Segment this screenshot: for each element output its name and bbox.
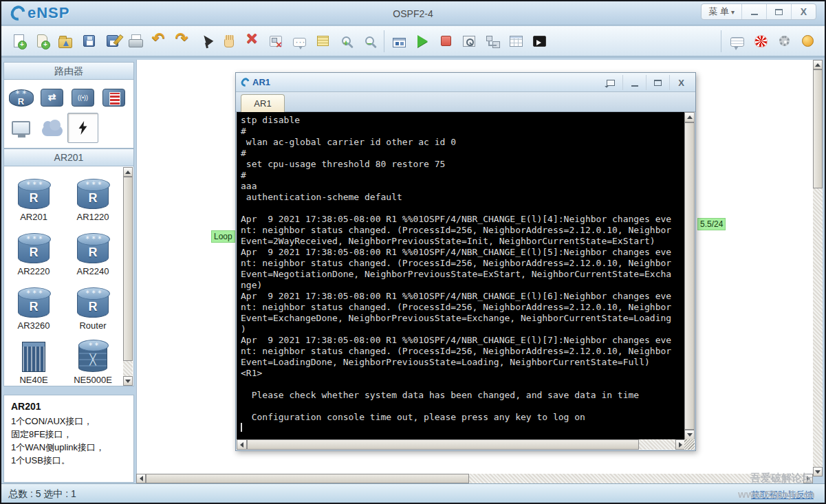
new-topology-button[interactable]: [7, 30, 30, 52]
print-button[interactable]: [124, 30, 147, 52]
undo-button[interactable]: [147, 30, 171, 52]
new-test-paper-button[interactable]: [30, 30, 54, 52]
scroll-down-arrow[interactable]: [813, 467, 823, 476]
open-icon: [58, 38, 72, 48]
menu-button[interactable]: 菜 单▾: [702, 4, 741, 19]
settings-button[interactable]: [772, 30, 796, 52]
scroll-up-arrow[interactable]: [123, 167, 133, 177]
minimize-button[interactable]: [741, 4, 766, 19]
forum-button[interactable]: [726, 30, 749, 52]
scroll-up-arrow[interactable]: [813, 60, 823, 69]
device-terminal-window: AR1 X AR1 stp disable# wlan ac-global ca…: [235, 72, 696, 451]
scroll-left-arrow[interactable]: [237, 439, 247, 450]
device-AR201[interactable]: AR201: [4, 169, 63, 223]
console-vertical-scrollbar[interactable]: [684, 112, 695, 440]
triangle-up-icon: [125, 171, 131, 174]
device-label: AR1220: [77, 212, 109, 222]
triangle-left-icon: [240, 442, 243, 448]
zoom-out-icon: [365, 36, 374, 45]
terminal-maximize-button[interactable]: [646, 75, 669, 90]
triangle-down-icon: [687, 433, 693, 437]
scroll-down-arrow[interactable]: [123, 376, 133, 386]
maximize-button[interactable]: [766, 4, 791, 19]
delete-icon: [245, 34, 260, 49]
device-AR2240[interactable]: AR2240: [63, 223, 122, 278]
triangle-left-icon: [140, 476, 143, 481]
router-device-icon: [18, 239, 50, 263]
help-feedback-link[interactable]: 获取帮助与反馈: [751, 489, 814, 501]
reset-zoom-button[interactable]: [387, 30, 411, 52]
ensp-mini-logo-icon: [239, 76, 250, 88]
start-device-button[interactable]: [411, 30, 434, 52]
console-line: Event=ExchangeDone, NeighborPreviousStat…: [241, 313, 686, 324]
category-terminal-button[interactable]: [6, 113, 36, 143]
stop-device-button[interactable]: [434, 30, 457, 52]
huawei-button[interactable]: [749, 30, 772, 52]
console-line: [241, 401, 686, 412]
device-label: AR2220: [18, 266, 50, 276]
delete-button[interactable]: [241, 30, 264, 52]
save-as-button[interactable]: [100, 30, 124, 52]
settings-icon: [779, 36, 790, 46]
category-switch-button[interactable]: [36, 83, 67, 113]
new-topology-icon: [14, 34, 24, 47]
status-summary: 总数 : 5 选中 : 1: [8, 488, 76, 501]
maximize-icon: [654, 80, 662, 86]
console-horizontal-scrollbar[interactable]: [237, 439, 686, 450]
topology-data-button[interactable]: [481, 30, 504, 52]
category-router-button[interactable]: [6, 83, 36, 113]
triangle-right-icon: [807, 476, 810, 481]
select-pointer-button[interactable]: [194, 30, 217, 52]
category-cloud-button[interactable]: [36, 113, 67, 143]
packet-capture-button[interactable]: [457, 30, 481, 52]
device-list-scrollbar[interactable]: [123, 167, 133, 386]
help-button[interactable]: [796, 30, 819, 52]
canvas-horizontal-scrollbar[interactable]: [136, 474, 813, 483]
device-AR2220[interactable]: AR2220: [4, 223, 63, 278]
close-icon: X: [801, 6, 807, 17]
console-line: Apr 9 2021 17:38:05-08:00 R1 %%01OSPF/4/…: [241, 214, 686, 225]
terminal-minimize-button[interactable]: [622, 75, 646, 90]
category-security-button[interactable]: [98, 83, 129, 113]
address-table-button[interactable]: [504, 30, 528, 52]
zoom-out-button[interactable]: [358, 30, 381, 52]
console-output[interactable]: stp disable# wlan ac-global carrier id o…: [237, 112, 686, 440]
router-device-icon: [77, 184, 109, 209]
scroll-left-arrow[interactable]: [136, 474, 146, 483]
terminal-popout-button[interactable]: [599, 75, 622, 90]
device-Router[interactable]: Router: [63, 278, 122, 332]
delete-link-button[interactable]: [264, 30, 287, 52]
save-button[interactable]: [77, 30, 100, 52]
scroll-right-arrow[interactable]: [803, 474, 813, 483]
scroll-down-arrow[interactable]: [684, 430, 695, 440]
pan-hand-button[interactable]: [217, 30, 241, 52]
canvas-vertical-scrollbar[interactable]: [813, 60, 823, 476]
open-button[interactable]: [54, 30, 77, 52]
console-line: authentication-scheme default: [241, 192, 686, 203]
terminal-close-button[interactable]: X: [669, 75, 693, 90]
device-AR1220[interactable]: AR1220: [63, 169, 122, 223]
scrollbar-thumb[interactable]: [813, 69, 823, 188]
new-test-paper-icon: [37, 34, 47, 47]
device-NE5000E[interactable]: NE5000E: [63, 332, 122, 386]
zoom-in-button[interactable]: [334, 30, 358, 52]
cli-console-button[interactable]: [528, 30, 551, 52]
scrollbar-thumb[interactable]: [684, 122, 695, 430]
text-note-button[interactable]: [287, 30, 311, 52]
close-button[interactable]: X: [791, 4, 816, 19]
scroll-up-arrow[interactable]: [684, 112, 695, 122]
device-NE40E[interactable]: NE40E: [4, 332, 63, 386]
terminal-titlebar[interactable]: AR1 X: [236, 73, 695, 92]
resize-grip[interactable]: [684, 439, 695, 450]
device-AR3260[interactable]: AR3260: [4, 278, 63, 332]
description-box-button[interactable]: [311, 30, 334, 52]
redo-button[interactable]: [171, 30, 194, 52]
scrollbar-thumb[interactable]: [146, 474, 469, 483]
scrollbar-thumb[interactable]: [123, 177, 133, 361]
router-device-icon: [77, 293, 109, 318]
category-wlan-button[interactable]: [67, 83, 98, 113]
category-link-button[interactable]: [67, 113, 98, 143]
tab-ar1[interactable]: AR1: [241, 94, 285, 112]
scrollbar-thumb[interactable]: [247, 439, 639, 450]
description-line: 1个CON/AUX接口，: [11, 415, 127, 428]
